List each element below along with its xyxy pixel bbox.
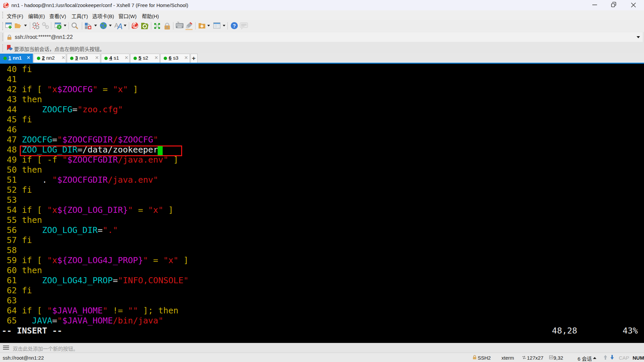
svg-text:?: ? xyxy=(233,23,236,28)
svg-text:A: A xyxy=(117,22,122,31)
